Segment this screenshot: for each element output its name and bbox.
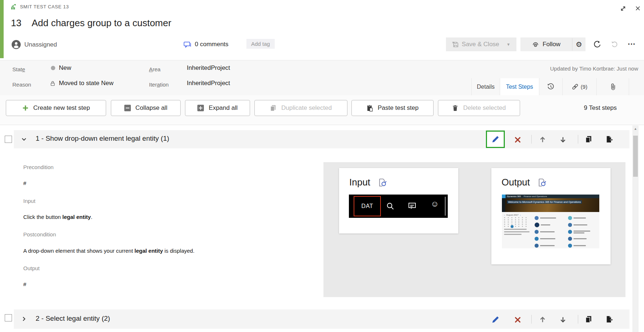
tab-details[interactable]: Details bbox=[471, 78, 500, 95]
postcondition-value[interactable]: A drop-down element that shows your curr… bbox=[23, 248, 194, 254]
paste-test-step-button[interactable]: Paste test step bbox=[351, 100, 434, 116]
tab-attachments[interactable] bbox=[596, 78, 629, 95]
export-page-icon bbox=[606, 136, 613, 143]
scrollbar-up-arrow-icon[interactable]: ▲ bbox=[632, 127, 639, 131]
history-icon bbox=[547, 83, 555, 91]
expand-all-button[interactable]: Expand all bbox=[185, 100, 250, 116]
undo-button[interactable] bbox=[609, 39, 620, 49]
delete-selected-button[interactable]: Delete selected bbox=[438, 100, 520, 116]
step1-move-down-button[interactable] bbox=[558, 135, 568, 144]
preview-magnifier-icon[interactable] bbox=[378, 178, 387, 187]
delete-x-icon bbox=[514, 316, 521, 323]
close-icon bbox=[635, 5, 641, 11]
duplicate-icon bbox=[270, 105, 277, 111]
expand-window-button[interactable] bbox=[619, 4, 627, 12]
mini-dashboard-body: ‹August 2017› bbox=[502, 212, 599, 248]
output-attachment-image[interactable]: Dynamics 365 Finance and Operations Welc… bbox=[502, 195, 599, 248]
reason-field[interactable]: Moved to state New bbox=[50, 80, 113, 87]
step2-move-down-button[interactable] bbox=[558, 315, 568, 324]
step2-delete-button[interactable] bbox=[512, 315, 523, 324]
save-options-caret-icon[interactable]: ▼ bbox=[507, 42, 511, 47]
mini-calendar: ‹August 2017› bbox=[504, 214, 532, 248]
iteration-field[interactable]: InheritedProject bbox=[187, 80, 230, 87]
assignee-label: Unassigned bbox=[24, 41, 57, 48]
links-count: (9) bbox=[581, 84, 587, 90]
precondition-value[interactable]: # bbox=[23, 180, 26, 186]
step2-checkbox[interactable] bbox=[5, 314, 12, 321]
step2-export-button[interactable] bbox=[604, 315, 615, 324]
arrow-up-icon bbox=[539, 316, 546, 323]
mini-calendar-grid bbox=[504, 217, 527, 227]
undo-icon bbox=[611, 40, 618, 48]
reason-label: Reason bbox=[12, 81, 31, 88]
more-options-button[interactable]: ••• bbox=[626, 39, 638, 49]
preview-magnifier-icon[interactable] bbox=[537, 178, 547, 187]
step1-delete-button[interactable] bbox=[512, 135, 523, 144]
paperclip-icon bbox=[610, 83, 616, 91]
work-item-type-row: SMIT TEST CASE 13 bbox=[11, 4, 69, 10]
assignee-field[interactable]: Unassigned bbox=[12, 40, 57, 49]
dat-button-text: DAT bbox=[361, 203, 373, 209]
input-attachment-card[interactable]: Input DAT bbox=[339, 168, 458, 233]
divider bbox=[578, 315, 578, 324]
work-item-window: SMIT TEST CASE 13 13 Add charges group t… bbox=[0, 0, 644, 332]
step2-expand-chevron-right-icon[interactable] bbox=[21, 316, 27, 322]
step1-attachments-panel: Input DAT bbox=[323, 162, 625, 297]
output-attachment-card[interactable]: Output Dynamics 365 Finance and Operatio… bbox=[491, 168, 611, 264]
mini-workspace-tiles bbox=[535, 214, 598, 248]
mini-calendar-month: August 2017 bbox=[506, 214, 519, 216]
updated-by-text: Updated by Timo Kortbrae: Just now bbox=[550, 65, 638, 72]
output-value[interactable]: # bbox=[23, 281, 26, 287]
state-value: New bbox=[59, 64, 71, 72]
comments-button[interactable]: 0 comments bbox=[184, 41, 229, 48]
delete-selected-label: Delete selected bbox=[463, 104, 506, 112]
link-icon bbox=[572, 83, 579, 90]
collapse-all-button[interactable]: Collapse all bbox=[111, 100, 181, 116]
create-new-test-step-button[interactable]: Create new test step bbox=[6, 100, 106, 116]
divider bbox=[578, 135, 578, 144]
paste-test-step-label: Paste test step bbox=[378, 104, 418, 112]
tab-history[interactable] bbox=[539, 78, 562, 95]
search-icon bbox=[386, 201, 395, 211]
step2-move-up-button[interactable] bbox=[538, 315, 548, 324]
step2-title: 2 - Select legal entity (2) bbox=[36, 315, 110, 323]
expand-all-label: Expand all bbox=[209, 104, 237, 112]
mini-nav-strip bbox=[502, 198, 505, 212]
duplicate-selected-button[interactable]: Duplicate selected bbox=[254, 100, 347, 116]
step2-header-row[interactable]: 2 - Select legal entity (2) bbox=[14, 309, 629, 329]
tab-test-steps[interactable]: Test Steps bbox=[500, 78, 539, 95]
trash-icon bbox=[452, 105, 458, 111]
work-item-title: 13 Add charges group to a customer bbox=[11, 17, 171, 29]
toolbar-edge-line bbox=[445, 197, 446, 216]
step1-collapse-chevron-down-icon[interactable] bbox=[21, 136, 27, 142]
close-window-button[interactable] bbox=[634, 4, 642, 12]
vertical-scrollbar[interactable]: ▲ bbox=[632, 125, 639, 332]
settings-gear-button[interactable]: ⚙ bbox=[572, 37, 585, 51]
step2-copy-button[interactable] bbox=[584, 315, 594, 324]
lock-icon bbox=[50, 81, 55, 86]
add-tag-button[interactable]: Add tag bbox=[246, 39, 275, 49]
step1-move-up-button[interactable] bbox=[538, 135, 548, 144]
refresh-button[interactable] bbox=[592, 39, 602, 49]
work-item-title-text[interactable]: Add charges group to a customer bbox=[32, 17, 171, 29]
step1-export-button[interactable] bbox=[604, 135, 615, 144]
input-value[interactable]: Click the button legal entity. bbox=[23, 214, 92, 220]
output-attachment-title: Output bbox=[502, 177, 530, 188]
state-field[interactable]: New bbox=[51, 64, 71, 72]
test-steps-toolbar: Create new test step Collapse all Expand… bbox=[0, 95, 644, 125]
input-attachment-header: Input bbox=[349, 177, 387, 188]
step1-copy-button[interactable] bbox=[584, 135, 594, 144]
step1-header-row[interactable]: 1 - Show drop-down element legal entity … bbox=[14, 130, 629, 148]
step1-checkbox[interactable] bbox=[5, 136, 12, 143]
input-attachment-image[interactable]: DAT ☺ bbox=[349, 195, 448, 218]
tab-links[interactable]: (9) bbox=[562, 78, 596, 95]
output-attachment-header: Output bbox=[502, 177, 547, 188]
work-item-type-label: SMIT TEST CASE 13 bbox=[20, 4, 69, 9]
save-and-close-button[interactable]: Save & Close ▼ bbox=[446, 37, 516, 51]
scrollbar-thumb[interactable] bbox=[633, 136, 638, 177]
area-field[interactable]: InheritedProject bbox=[187, 64, 230, 72]
follow-button[interactable]: Follow bbox=[520, 37, 572, 51]
step1-edit-button-highlighted[interactable] bbox=[486, 131, 505, 148]
step2-edit-button[interactable] bbox=[490, 315, 500, 324]
step1-title: 1 - Show drop-down element legal entity … bbox=[36, 135, 169, 143]
